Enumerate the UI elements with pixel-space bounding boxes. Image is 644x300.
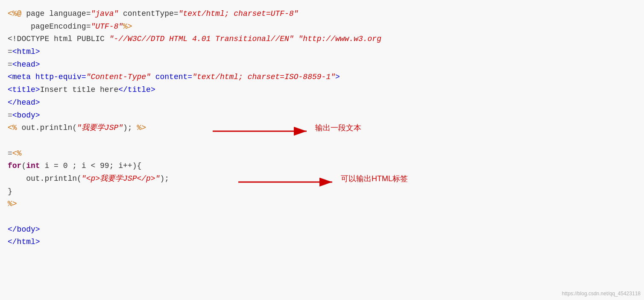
code-line-12: =<% <box>8 147 634 160</box>
watermark: https://blog.csdn.net/qq_45423118 <box>562 291 641 297</box>
code-line-10: <% out.println("我要学JSP"); %> 输出一段文本 <box>8 122 634 135</box>
code-line-13: for(int i = 0 ; i < 99; i++){ <box>8 160 634 173</box>
code-line-4: =<html> <box>8 46 634 59</box>
code-line-5: =<head> <box>8 59 634 71</box>
code-line-9: =<body> <box>8 109 634 122</box>
code-line-2: pageEncoding="UTF-8"%> <box>8 21 634 33</box>
code-line-7: <title>Insert title here</title> <box>8 84 634 97</box>
code-line-11 <box>8 135 634 147</box>
code-line-14: out.println("<p>我要学JSP</p>"); 可以输出HTML标签 <box>8 173 634 185</box>
jsp-tag: <%@ <box>8 8 21 21</box>
code-viewer: <%@ page language="java" contentType="te… <box>0 0 644 256</box>
code-line-3: <!DOCTYPE html PUBLIC "-//W3C//DTD HTML … <box>8 33 634 46</box>
code-line-19: </html> <box>8 236 634 249</box>
code-line-16: %> <box>8 198 634 211</box>
annotation-text-1: 输出一段文本 <box>315 122 361 135</box>
code-line-8: </head> <box>8 97 634 109</box>
code-line-1: <%@ page language="java" contentType="te… <box>8 8 634 21</box>
code-line-6: <meta http-equiv="Content-Type" content=… <box>8 71 634 84</box>
code-line-18: </body> <box>8 224 634 236</box>
annotation-text-2: 可以输出HTML标签 <box>341 173 408 185</box>
code-line-17 <box>8 211 634 224</box>
code-line-15: } <box>8 185 634 198</box>
